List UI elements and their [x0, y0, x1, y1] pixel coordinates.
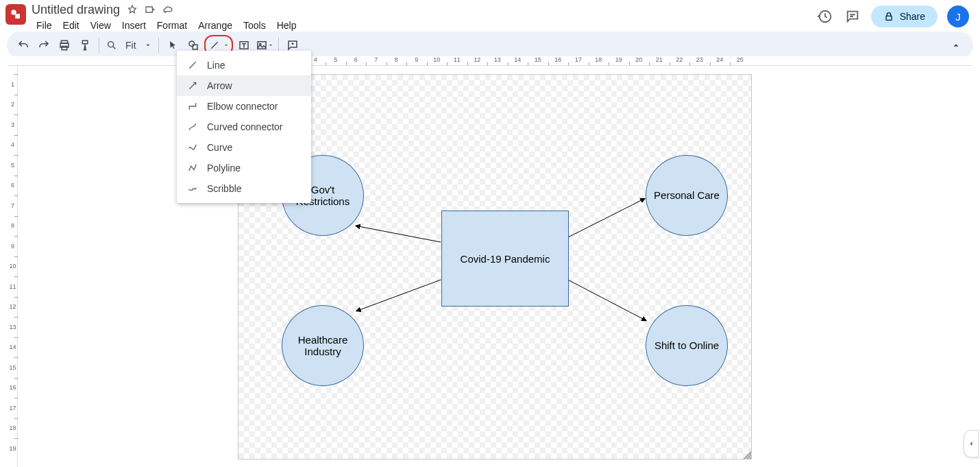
- menu-help[interactable]: Help: [272, 19, 302, 32]
- line-menu-label: Scribble: [207, 183, 242, 194]
- redo-button[interactable]: [34, 36, 53, 55]
- menu-view[interactable]: View: [86, 19, 116, 32]
- cloud-icon[interactable]: [162, 4, 173, 15]
- header: Untitled drawing File Edit View Insert F…: [0, 0, 980, 29]
- chevron-down-icon: [268, 43, 273, 48]
- line-menu-dropdown: Line Arrow Elbow connector Curved connec…: [177, 51, 311, 203]
- canvas-area[interactable]: Covid-19 Pandemic Gov't Restrictions Hea…: [19, 66, 972, 467]
- app-logo[interactable]: [5, 4, 26, 25]
- comments-icon[interactable]: [844, 8, 861, 25]
- undo-button[interactable]: [14, 36, 33, 55]
- line-menu-curved[interactable]: Curved connector: [177, 117, 311, 137]
- separator: [158, 38, 159, 53]
- elbow-icon: [186, 100, 199, 112]
- horizontal-ruler: 1234567891011121314151617181920212223242…: [8, 56, 972, 66]
- zoom-label: Fit: [121, 40, 140, 51]
- toolbar: Fit: [7, 32, 973, 59]
- line-menu-label: Curve: [207, 142, 232, 153]
- chevron-down-icon: [145, 42, 151, 49]
- line-menu-label: Arrow: [207, 80, 232, 91]
- menu-bar: File Edit View Insert Format Arrange Too…: [32, 18, 816, 33]
- polyline-icon: [186, 162, 199, 174]
- scribble-icon: [186, 182, 199, 195]
- line-menu-line[interactable]: Line: [177, 55, 311, 75]
- paint-format-button[interactable]: [75, 36, 95, 55]
- move-icon[interactable]: [145, 4, 156, 15]
- menu-edit[interactable]: Edit: [58, 19, 84, 32]
- menu-format[interactable]: Format: [152, 19, 192, 32]
- svg-line-12: [356, 226, 441, 242]
- separator: [99, 38, 99, 53]
- svg-line-13: [356, 280, 441, 311]
- svg-line-15: [568, 280, 647, 321]
- svg-point-7: [189, 41, 195, 47]
- chevron-left-icon: [967, 440, 975, 448]
- line-tool-dropdown[interactable]: [222, 43, 230, 48]
- page-resize-handle[interactable]: [742, 450, 752, 459]
- curve-icon: [186, 141, 199, 154]
- shape-text: Shift to Online: [654, 339, 719, 351]
- curved-connector-icon: [186, 121, 199, 133]
- drawings-logo-icon: [10, 8, 22, 21]
- svg-rect-1: [15, 14, 20, 19]
- line-menu-label: Polyline: [207, 163, 241, 173]
- share-button[interactable]: Share: [871, 5, 938, 27]
- shape-text: Personal Care: [654, 189, 720, 201]
- document-title[interactable]: Untitled drawing: [32, 3, 120, 17]
- line-menu-scribble[interactable]: Scribble: [177, 178, 311, 199]
- collapse-toolbar[interactable]: [947, 36, 965, 54]
- side-panel-toggle[interactable]: [964, 430, 979, 457]
- lock-icon: [883, 11, 894, 22]
- line-menu-label: Elbow connector: [207, 101, 278, 112]
- arrow-icon: [186, 80, 199, 92]
- menu-file[interactable]: File: [32, 19, 57, 32]
- share-label: Share: [900, 11, 925, 22]
- title-block: Untitled drawing File Edit View Insert F…: [32, 3, 816, 33]
- line-menu-curve[interactable]: Curve: [177, 137, 311, 158]
- avatar[interactable]: J: [947, 5, 969, 27]
- menu-tools[interactable]: Tools: [238, 19, 271, 32]
- line-menu-polyline[interactable]: Polyline: [177, 158, 311, 178]
- header-right: Share J: [816, 3, 975, 27]
- menu-insert[interactable]: Insert: [117, 19, 151, 32]
- shape-text: Covid-19 Pandemic: [461, 253, 550, 265]
- line-menu-arrow[interactable]: Arrow: [177, 75, 311, 96]
- zoom-control[interactable]: Fit: [103, 40, 154, 51]
- zoom-icon: [106, 40, 117, 51]
- shape-text: Healthcare Industry: [286, 334, 359, 358]
- line-icon: [186, 59, 199, 71]
- line-menu-label: Curved connector: [207, 121, 283, 132]
- line-menu-label: Line: [207, 60, 225, 71]
- svg-rect-2: [886, 16, 892, 20]
- vertical-ruler: 12345678910111213141516171819: [8, 66, 18, 467]
- shape-center-rect[interactable]: Covid-19 Pandemic: [441, 211, 569, 307]
- line-menu-elbow[interactable]: Elbow connector: [177, 96, 311, 117]
- svg-line-14: [568, 198, 646, 237]
- drawing-page[interactable]: Covid-19 Pandemic Gov't Restrictions Hea…: [238, 74, 752, 459]
- svg-point-6: [108, 42, 114, 47]
- shape-shift-circle[interactable]: Shift to Online: [646, 305, 728, 386]
- print-button[interactable]: [55, 36, 74, 55]
- svg-rect-10: [258, 42, 266, 49]
- shape-personal-circle[interactable]: Personal Care: [646, 155, 728, 236]
- shape-healthcare-circle[interactable]: Healthcare Industry: [282, 305, 364, 386]
- menu-arrange[interactable]: Arrange: [193, 19, 237, 32]
- history-icon[interactable]: [816, 8, 834, 25]
- star-icon[interactable]: [127, 4, 138, 15]
